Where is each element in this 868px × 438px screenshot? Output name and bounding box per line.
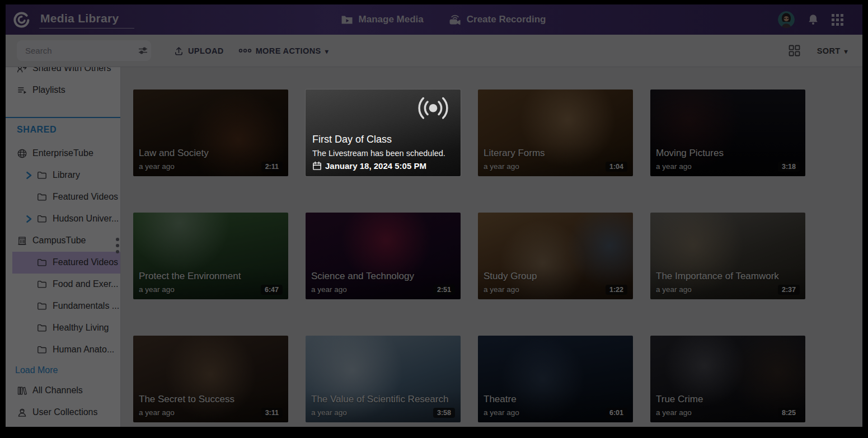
- livestream-thumbnail: First Day of ClassThe Livestream has bee…: [306, 90, 461, 176]
- app-window: Media Library Manage Media: [6, 4, 862, 427]
- scheduled-date-label: January 18, 2024 5:05 PM: [325, 161, 426, 171]
- livestream-info: First Day of ClassThe Livestream has bee…: [306, 134, 461, 176]
- livestream-card[interactable]: First Day of ClassThe Livestream has bee…: [306, 90, 461, 176]
- livestream-status-message: The Livestream has been scheduled.: [312, 149, 454, 158]
- calendar-icon: [312, 161, 322, 171]
- dim-overlay: [6, 4, 862, 427]
- scheduled-date: January 18, 2024 5:05 PM: [312, 161, 454, 171]
- screen: Media Library Manage Media: [0, 0, 868, 438]
- live-broadcast-icon: [415, 96, 452, 121]
- card-title: First Day of Class: [312, 134, 454, 145]
